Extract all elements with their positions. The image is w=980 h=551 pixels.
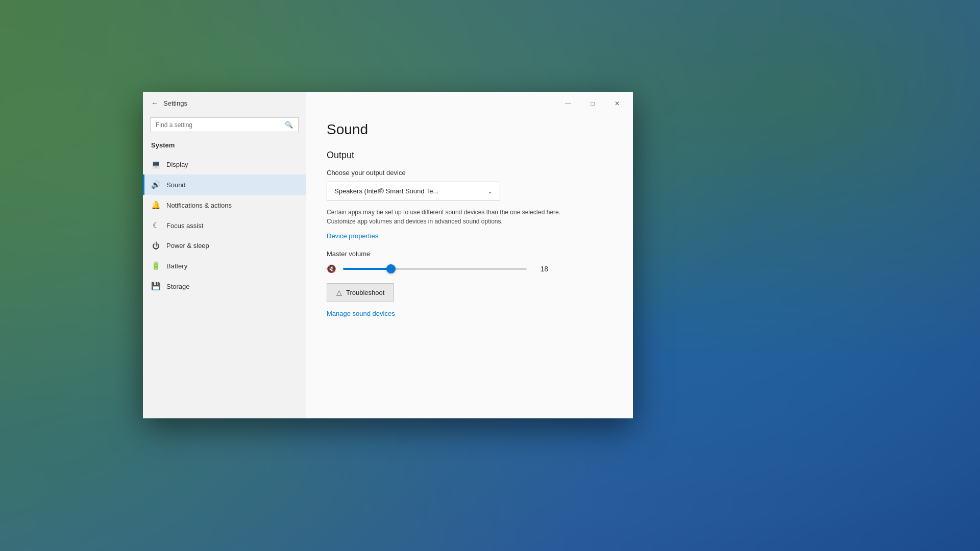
slider-track [343, 268, 527, 270]
sidebar-item-label: Power & sleep [166, 242, 209, 249]
content-panel: — □ ✕ Sound Output Choose your output de… [306, 92, 633, 418]
output-device-dropdown[interactable]: Speakers (Intel® Smart Sound Te... ⌄ [327, 182, 500, 201]
title-bar: — □ ✕ [306, 92, 633, 111]
volume-slider[interactable] [343, 264, 527, 274]
sidebar-item-label: Sound [166, 181, 186, 189]
search-icon: 🔍 [285, 121, 293, 129]
chevron-down-icon: ⌄ [487, 188, 493, 195]
search-input[interactable] [156, 121, 281, 129]
manage-sound-devices-link[interactable]: Manage sound devices [327, 310, 395, 317]
sidebar-item-label: Focus assist [166, 222, 203, 230]
maximize-button[interactable]: □ [581, 96, 604, 111]
slider-thumb[interactable] [386, 264, 396, 273]
minimize-button[interactable]: — [556, 96, 580, 111]
search-box[interactable]: 🔍 [150, 117, 299, 132]
device-label: Choose your output device [327, 169, 612, 177]
master-volume-label: Master volume [327, 250, 612, 258]
device-properties-link[interactable]: Device properties [327, 232, 378, 240]
sound-icon: 🔊 [151, 180, 160, 189]
sidebar-item-focus[interactable]: ☾ Focus assist [143, 215, 306, 236]
volume-row: 🔇 18 [327, 264, 612, 274]
page-title: Sound [327, 121, 612, 138]
sidebar-item-battery[interactable]: 🔋 Battery [143, 256, 306, 276]
sidebar-header: ← Settings [143, 92, 306, 114]
notifications-icon: 🔔 [151, 201, 160, 210]
display-icon: 💻 [151, 160, 160, 169]
sidebar-title: Settings [163, 99, 187, 107]
sidebar-item-label: Storage [166, 283, 190, 290]
main-content: Sound Output Choose your output device S… [306, 111, 633, 418]
sidebar-item-notifications[interactable]: 🔔 Notifications & actions [143, 195, 306, 215]
output-device-value: Speakers (Intel® Smart Sound Te... [334, 187, 438, 195]
settings-window: ← Settings 🔍 System 💻 Display 🔊 Sound 🔔 … [143, 92, 633, 418]
sidebar-item-label: Display [166, 161, 188, 168]
sidebar-item-label: Notifications & actions [166, 202, 232, 209]
sidebar-item-display[interactable]: 💻 Display [143, 154, 306, 174]
sidebar: ← Settings 🔍 System 💻 Display 🔊 Sound 🔔 … [143, 92, 306, 418]
focus-icon: ☾ [151, 221, 160, 230]
volume-value: 18 [533, 265, 548, 273]
warning-icon: △ [336, 288, 342, 296]
close-button[interactable]: ✕ [605, 96, 629, 111]
mute-icon[interactable]: 🔇 [327, 264, 337, 273]
output-section-title: Output [327, 150, 612, 161]
power-icon: ⏻ [151, 241, 160, 250]
troubleshoot-label: Troubleshoot [346, 289, 384, 296]
back-arrow-icon[interactable]: ← [151, 99, 158, 107]
sidebar-item-storage[interactable]: 💾 Storage [143, 276, 306, 296]
output-info-text: Certain apps may be set up to use differ… [327, 208, 582, 226]
battery-icon: 🔋 [151, 261, 160, 270]
storage-icon: 💾 [151, 282, 160, 291]
slider-fill [343, 268, 391, 270]
system-label: System [143, 139, 306, 154]
sidebar-item-power[interactable]: ⏻ Power & sleep [143, 236, 306, 256]
sidebar-item-label: Battery [166, 262, 187, 270]
troubleshoot-button[interactable]: △ Troubleshoot [327, 283, 394, 302]
sidebar-item-sound[interactable]: 🔊 Sound [143, 174, 306, 195]
